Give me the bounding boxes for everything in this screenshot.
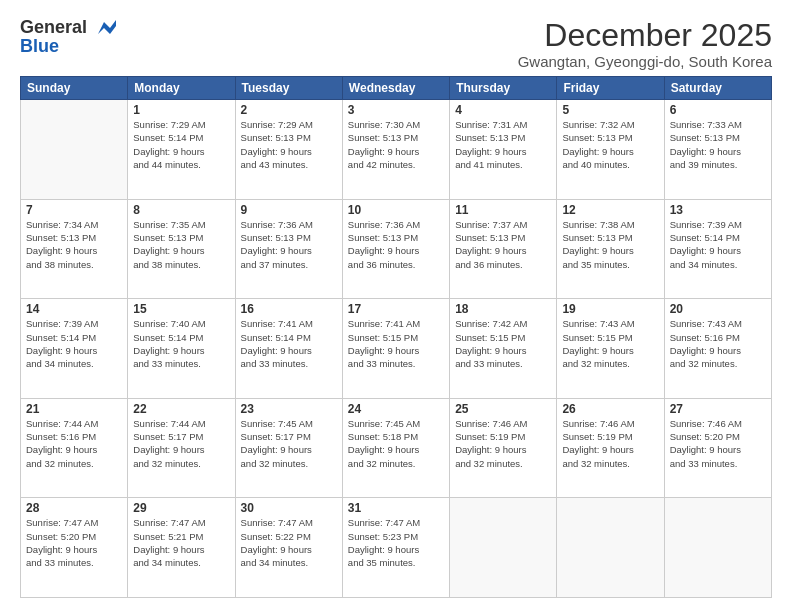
day-number: 4	[455, 103, 551, 117]
day-info: Sunrise: 7:43 AMSunset: 5:15 PMDaylight:…	[562, 317, 658, 370]
weekday-header: Wednesday	[342, 77, 449, 100]
weekday-header: Sunday	[21, 77, 128, 100]
calendar-day-cell: 13Sunrise: 7:39 AMSunset: 5:14 PMDayligh…	[664, 199, 771, 299]
calendar-day-cell: 27Sunrise: 7:46 AMSunset: 5:20 PMDayligh…	[664, 398, 771, 498]
day-number: 22	[133, 402, 229, 416]
day-number: 3	[348, 103, 444, 117]
day-info: Sunrise: 7:35 AMSunset: 5:13 PMDaylight:…	[133, 218, 229, 271]
day-number: 10	[348, 203, 444, 217]
day-number: 13	[670, 203, 766, 217]
calendar-day-cell: 28Sunrise: 7:47 AMSunset: 5:20 PMDayligh…	[21, 498, 128, 598]
logo-blue-text: Blue	[20, 36, 59, 57]
day-info: Sunrise: 7:40 AMSunset: 5:14 PMDaylight:…	[133, 317, 229, 370]
month-title: December 2025	[518, 18, 772, 53]
calendar-day-cell: 29Sunrise: 7:47 AMSunset: 5:21 PMDayligh…	[128, 498, 235, 598]
calendar-day-cell: 10Sunrise: 7:36 AMSunset: 5:13 PMDayligh…	[342, 199, 449, 299]
calendar-week-row: 7Sunrise: 7:34 AMSunset: 5:13 PMDaylight…	[21, 199, 772, 299]
calendar-day-cell	[21, 100, 128, 200]
day-number: 16	[241, 302, 337, 316]
day-number: 11	[455, 203, 551, 217]
day-info: Sunrise: 7:46 AMSunset: 5:19 PMDaylight:…	[455, 417, 551, 470]
day-number: 2	[241, 103, 337, 117]
svg-marker-0	[98, 20, 116, 34]
weekday-header: Saturday	[664, 77, 771, 100]
day-number: 24	[348, 402, 444, 416]
day-info: Sunrise: 7:47 AMSunset: 5:21 PMDaylight:…	[133, 516, 229, 569]
day-info: Sunrise: 7:29 AMSunset: 5:14 PMDaylight:…	[133, 118, 229, 171]
day-number: 28	[26, 501, 122, 515]
page: General Blue December 2025 Gwangtan, Gye…	[0, 0, 792, 612]
location: Gwangtan, Gyeonggi-do, South Korea	[518, 53, 772, 70]
day-info: Sunrise: 7:39 AMSunset: 5:14 PMDaylight:…	[26, 317, 122, 370]
day-info: Sunrise: 7:36 AMSunset: 5:13 PMDaylight:…	[241, 218, 337, 271]
day-number: 14	[26, 302, 122, 316]
calendar-day-cell: 11Sunrise: 7:37 AMSunset: 5:13 PMDayligh…	[450, 199, 557, 299]
day-info: Sunrise: 7:41 AMSunset: 5:14 PMDaylight:…	[241, 317, 337, 370]
logo: General Blue	[20, 18, 116, 57]
day-number: 12	[562, 203, 658, 217]
weekday-header: Monday	[128, 77, 235, 100]
weekday-header: Thursday	[450, 77, 557, 100]
day-info: Sunrise: 7:46 AMSunset: 5:20 PMDaylight:…	[670, 417, 766, 470]
calendar-day-cell: 3Sunrise: 7:30 AMSunset: 5:13 PMDaylight…	[342, 100, 449, 200]
calendar-table: SundayMondayTuesdayWednesdayThursdayFrid…	[20, 76, 772, 598]
logo-bird-icon	[94, 20, 116, 36]
calendar-day-cell: 2Sunrise: 7:29 AMSunset: 5:13 PMDaylight…	[235, 100, 342, 200]
calendar-day-cell: 14Sunrise: 7:39 AMSunset: 5:14 PMDayligh…	[21, 299, 128, 399]
day-info: Sunrise: 7:43 AMSunset: 5:16 PMDaylight:…	[670, 317, 766, 370]
day-info: Sunrise: 7:32 AMSunset: 5:13 PMDaylight:…	[562, 118, 658, 171]
calendar-day-cell: 24Sunrise: 7:45 AMSunset: 5:18 PMDayligh…	[342, 398, 449, 498]
calendar-day-cell: 31Sunrise: 7:47 AMSunset: 5:23 PMDayligh…	[342, 498, 449, 598]
day-info: Sunrise: 7:34 AMSunset: 5:13 PMDaylight:…	[26, 218, 122, 271]
calendar-day-cell: 16Sunrise: 7:41 AMSunset: 5:14 PMDayligh…	[235, 299, 342, 399]
calendar-day-cell: 6Sunrise: 7:33 AMSunset: 5:13 PMDaylight…	[664, 100, 771, 200]
weekday-header-row: SundayMondayTuesdayWednesdayThursdayFrid…	[21, 77, 772, 100]
day-info: Sunrise: 7:33 AMSunset: 5:13 PMDaylight:…	[670, 118, 766, 171]
calendar-day-cell: 8Sunrise: 7:35 AMSunset: 5:13 PMDaylight…	[128, 199, 235, 299]
day-number: 19	[562, 302, 658, 316]
day-info: Sunrise: 7:47 AMSunset: 5:23 PMDaylight:…	[348, 516, 444, 569]
calendar-day-cell: 9Sunrise: 7:36 AMSunset: 5:13 PMDaylight…	[235, 199, 342, 299]
day-number: 6	[670, 103, 766, 117]
calendar-day-cell: 7Sunrise: 7:34 AMSunset: 5:13 PMDaylight…	[21, 199, 128, 299]
weekday-header: Tuesday	[235, 77, 342, 100]
day-info: Sunrise: 7:36 AMSunset: 5:13 PMDaylight:…	[348, 218, 444, 271]
day-info: Sunrise: 7:45 AMSunset: 5:17 PMDaylight:…	[241, 417, 337, 470]
calendar-day-cell: 4Sunrise: 7:31 AMSunset: 5:13 PMDaylight…	[450, 100, 557, 200]
day-number: 8	[133, 203, 229, 217]
day-number: 18	[455, 302, 551, 316]
calendar-day-cell: 18Sunrise: 7:42 AMSunset: 5:15 PMDayligh…	[450, 299, 557, 399]
day-number: 21	[26, 402, 122, 416]
day-info: Sunrise: 7:38 AMSunset: 5:13 PMDaylight:…	[562, 218, 658, 271]
day-number: 27	[670, 402, 766, 416]
calendar-day-cell: 12Sunrise: 7:38 AMSunset: 5:13 PMDayligh…	[557, 199, 664, 299]
day-info: Sunrise: 7:47 AMSunset: 5:20 PMDaylight:…	[26, 516, 122, 569]
day-number: 26	[562, 402, 658, 416]
day-info: Sunrise: 7:39 AMSunset: 5:14 PMDaylight:…	[670, 218, 766, 271]
calendar-day-cell	[664, 498, 771, 598]
day-number: 23	[241, 402, 337, 416]
day-info: Sunrise: 7:29 AMSunset: 5:13 PMDaylight:…	[241, 118, 337, 171]
calendar-day-cell	[450, 498, 557, 598]
calendar-week-row: 1Sunrise: 7:29 AMSunset: 5:14 PMDaylight…	[21, 100, 772, 200]
calendar-day-cell: 19Sunrise: 7:43 AMSunset: 5:15 PMDayligh…	[557, 299, 664, 399]
calendar-day-cell: 26Sunrise: 7:46 AMSunset: 5:19 PMDayligh…	[557, 398, 664, 498]
day-number: 30	[241, 501, 337, 515]
day-number: 7	[26, 203, 122, 217]
calendar-day-cell: 15Sunrise: 7:40 AMSunset: 5:14 PMDayligh…	[128, 299, 235, 399]
day-number: 15	[133, 302, 229, 316]
title-section: December 2025 Gwangtan, Gyeonggi-do, Sou…	[518, 18, 772, 70]
weekday-header: Friday	[557, 77, 664, 100]
day-number: 17	[348, 302, 444, 316]
day-info: Sunrise: 7:30 AMSunset: 5:13 PMDaylight:…	[348, 118, 444, 171]
day-info: Sunrise: 7:37 AMSunset: 5:13 PMDaylight:…	[455, 218, 551, 271]
day-number: 25	[455, 402, 551, 416]
calendar-day-cell: 23Sunrise: 7:45 AMSunset: 5:17 PMDayligh…	[235, 398, 342, 498]
day-info: Sunrise: 7:44 AMSunset: 5:16 PMDaylight:…	[26, 417, 122, 470]
day-number: 31	[348, 501, 444, 515]
day-number: 29	[133, 501, 229, 515]
calendar-day-cell: 17Sunrise: 7:41 AMSunset: 5:15 PMDayligh…	[342, 299, 449, 399]
day-number: 1	[133, 103, 229, 117]
calendar-week-row: 21Sunrise: 7:44 AMSunset: 5:16 PMDayligh…	[21, 398, 772, 498]
calendar-week-row: 28Sunrise: 7:47 AMSunset: 5:20 PMDayligh…	[21, 498, 772, 598]
